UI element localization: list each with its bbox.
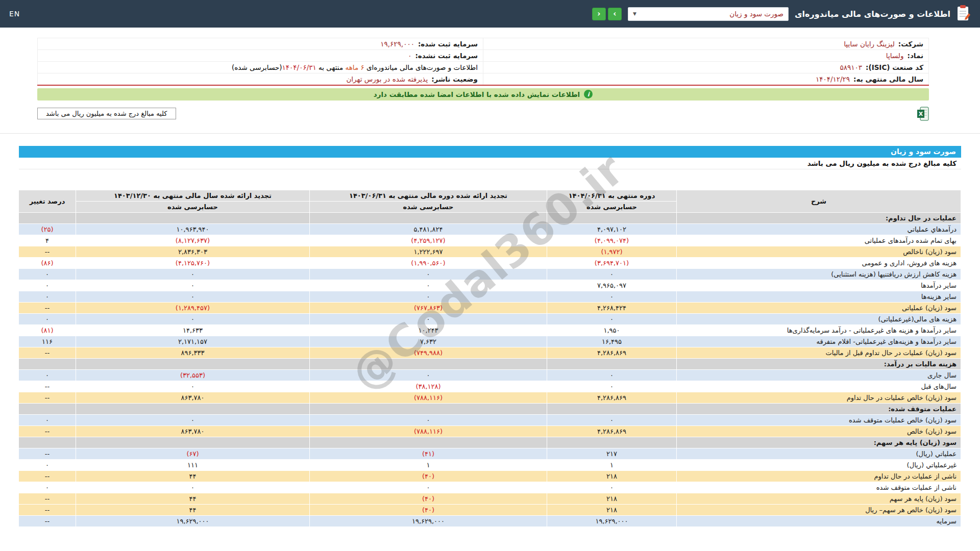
cell-value: (۳۲,۵۵۳) [76, 369, 310, 381]
row-label: سود (زیان) پایه هر سهم: [677, 437, 961, 448]
cell-value: ۰ [547, 369, 677, 381]
cell-value: ۴۴ [76, 504, 310, 515]
table-row: سود (زیان) پایه هر سهم۲۱۸(۴۰)۴۴-- [19, 493, 961, 504]
cell-value: (۴۰) [310, 470, 547, 482]
section-row: عملیات در حال تداوم: [19, 212, 961, 223]
info-text-part: (حسابرسی شده) [232, 63, 282, 71]
cell-value: ۴,۲۶۸,۴۲۴ [547, 302, 677, 313]
table-row: ناشی از عملیات در حال تداوم۲۱۸(۴۰)۴۴-- [19, 470, 961, 482]
cell-value [547, 403, 677, 414]
cell-value: ۰ [310, 291, 547, 302]
cell-value: -- [19, 246, 76, 257]
cell-value: ۷,۹۶۵,۰۹۷ [547, 280, 677, 291]
section-row: سود (زیان) پایه هر سهم: [19, 437, 961, 448]
table-row: سرمایه۱۹,۶۲۹,۰۰۰۱۹,۶۲۹,۰۰۰۱۹,۶۲۹,۰۰۰-- [19, 515, 961, 527]
column-header-change-percent: درصد تغییر [19, 190, 76, 212]
info-value: پذیرفته شده در بورس تهران [346, 75, 428, 83]
cell-value: ۱۹,۶۲۹,۰۰۰ [310, 515, 547, 527]
column-subheader-audited: حسابرسی شده [547, 201, 677, 212]
svg-text:X: X [919, 111, 923, 117]
cell-value: ۲,۸۳۶,۳۰۳ [76, 246, 310, 257]
cell-value: (۱,۹۹۰,۵۶۰) [310, 257, 547, 268]
cell-value: -- [19, 515, 76, 527]
unit-note: کلیه مبالغ درج شده به میلیون ریال می باش… [37, 108, 176, 119]
info-value: ۱۹,۶۲۹,۰۰۰ [380, 40, 414, 48]
table-row: سایر درآمدها و هزینه‌های غیرعملیاتی- اقل… [19, 336, 961, 347]
table-row: سود (زیان) عملیاتی۴,۲۶۸,۴۲۴(۷۶۷,۸۶۳)(۱,۲… [19, 302, 961, 313]
cell-value: -- [19, 425, 76, 437]
info-label: سال مالی منتهی به: [853, 75, 923, 83]
income-statement-report: صورت سود و زیان کلیه مبالغ درج شده به می… [19, 146, 961, 527]
excel-export-icon[interactable]: X [917, 107, 929, 121]
statement-type-dropdown[interactable]: صورت سود و زیان ▼ [628, 7, 789, 21]
cell-value: ۰ [547, 268, 677, 280]
next-statement-button[interactable]: › [608, 8, 622, 20]
language-toggle-en[interactable]: EN [9, 10, 20, 18]
cell-value: ۸۶۳,۷۸۰ [76, 392, 310, 403]
previous-statement-button[interactable]: ‹ [592, 8, 606, 20]
table-row: سایر هزینه‌ها۰۰۰۰ [19, 291, 961, 302]
cell-value: (۴۰) [310, 504, 547, 515]
cell-value: ۰ [19, 291, 76, 302]
table-row: سال جاری۰۰(۳۲,۵۵۳)۰ [19, 369, 961, 381]
cell-value: ۰ [76, 482, 310, 493]
row-label: غیرعملیاتي (ریال) [677, 459, 961, 470]
info-value: ولساپا [886, 52, 904, 60]
column-header-description: شرح [677, 190, 961, 212]
report-icon [957, 5, 971, 23]
company-info-table: شرکت:لیزینگ رایان سایپاسرمایه ثبت شده:۱۹… [37, 38, 929, 86]
info-cell: سرمایه ثبت نشده:۰ [38, 50, 483, 62]
cell-value: (۷۶۷,۸۶۳) [310, 302, 547, 313]
cell-value: ۰ [19, 268, 76, 280]
cell-value: ۱۴,۶۳۳ [76, 324, 310, 336]
row-label: سایر درآمدها و هزینه های غیرعملیاتی - در… [677, 324, 961, 336]
table-row: سود (زیان) خالص هر سهم– ریال۲۱۸(۴۰)۴۴-- [19, 504, 961, 515]
cell-value: ۰ [310, 482, 547, 493]
cell-value: (۷۴۹,۹۸۸) [310, 347, 547, 358]
cell-value: ۰ [19, 459, 76, 470]
cell-value: ۲۱۷ [547, 448, 677, 459]
info-label: سرمایه ثبت شده: [418, 40, 478, 48]
info-label: شرکت: [898, 40, 923, 48]
info-text-part: اطلاعات و صورت‌های مالی میاندوره‌ای [364, 63, 478, 71]
row-label: هزینه مالیات بر درآمد: [677, 358, 961, 369]
row-label: هزینه های فروش، اداری و عمومی [677, 257, 961, 268]
cell-value: ۰ [547, 381, 677, 392]
cell-value: ۲۱۸ [547, 470, 677, 482]
row-label: درآمدهاي عملياتي [677, 223, 961, 235]
statement-type-selected: صورت سود و زیان [729, 10, 783, 18]
row-label: عملیاتي (ریال) [677, 448, 961, 459]
row-label: بهای تمام شده درآمدهای عملیاتی [677, 235, 961, 246]
section-divider [0, 133, 980, 134]
cell-value: ۰ [76, 414, 310, 425]
cell-value: ۴,۰۹۷,۱۰۲ [547, 223, 677, 235]
column-subheader-audited: حسابرسی شده [76, 201, 310, 212]
row-label: عملیات متوقف شده: [677, 403, 961, 414]
cell-value: ۴۴ [76, 493, 310, 504]
table-row: سود (زیان) ناخالص(۱,۹۷۲)۱,۲۲۲,۶۹۷۲,۸۳۶,۳… [19, 246, 961, 257]
cell-value: -- [19, 470, 76, 482]
cell-value: ۱۹,۶۲۹,۰۰۰ [76, 515, 310, 527]
cell-value: ۱ [547, 459, 677, 470]
row-label: سرمایه [677, 515, 961, 527]
cell-value: ۴,۲۸۶,۸۶۹ [547, 347, 677, 358]
cell-value [19, 403, 76, 414]
table-row: سال‌های قبل۰(۳۸,۱۲۸)۰-- [19, 381, 961, 392]
info-text-part: ۱۴۰۴/۰۶/۳۱ [282, 63, 316, 71]
cell-value: ۵,۴۸۱,۸۲۴ [310, 223, 547, 235]
info-value: لیزینگ رایان سایپا [844, 40, 895, 48]
info-label: کد صنعت (ISIC): [866, 63, 923, 71]
cell-value: (۷۸۸,۱۱۶) [310, 425, 547, 437]
cell-value: -- [19, 448, 76, 459]
table-row: هزینه های مالی(غیرعملیاتی)۰۰۰۰ [19, 313, 961, 324]
cell-value: (۸,۱۲۷,۶۳۷) [76, 235, 310, 246]
info-value: ۱۴۰۴/۱۲/۲۹ [816, 75, 850, 83]
table-row: هزینه های فروش، اداری و عمومی(۳,۶۹۴,۷۰۱)… [19, 257, 961, 268]
cell-value: ۲۱۸ [547, 504, 677, 515]
cell-value: ۱۹,۶۲۹,۰۰۰ [547, 515, 677, 527]
cell-value: ۴,۲۸۶,۸۶۹ [547, 392, 677, 403]
cell-value: (۴,۱۲۵,۷۶۰) [76, 257, 310, 268]
table-row: سود (زیان) خالص عملیات متوقف شده۰۰۰۰ [19, 414, 961, 425]
column-header-restated-halfyear: تجدید ارائه شده دوره مالی منتهی به ۱۴۰۳/… [310, 190, 547, 201]
cell-value: -- [19, 493, 76, 504]
